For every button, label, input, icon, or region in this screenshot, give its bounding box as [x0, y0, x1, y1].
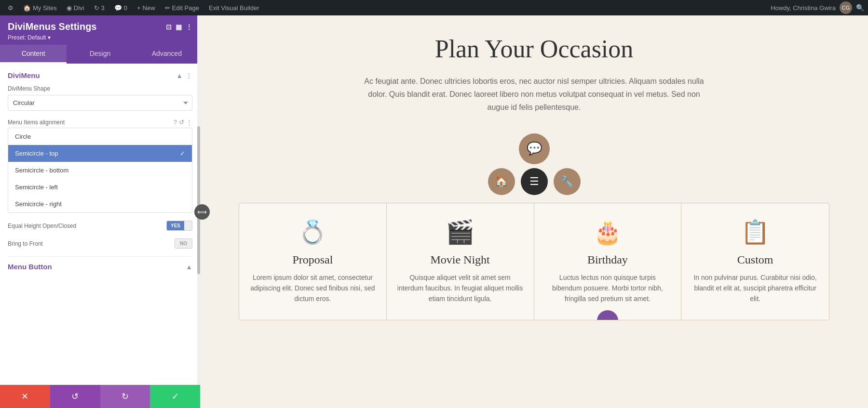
toggle-yes-label: YES	[167, 221, 184, 230]
more-options-button[interactable]: ⋯	[597, 310, 618, 320]
more-options-icon[interactable]: ⋮	[186, 118, 192, 126]
card-custom: 📋 Custom In non pulvinar purus. Curabitu…	[681, 203, 829, 320]
redo-icon: ↻	[122, 391, 129, 402]
comment-icon: 💬	[114, 4, 122, 12]
bring-no-label: NO	[175, 239, 192, 248]
card-proposal-text: Lorem ipsum dolor sit amet, consectetur …	[249, 272, 377, 304]
wp-logo-icon: ⚙	[8, 4, 14, 12]
equal-height-toggle[interactable]: YES	[166, 221, 192, 231]
scrollbar-thumb	[197, 126, 200, 274]
alignment-dropdown: Circle Semicircle - top ✓ Semicircle - b…	[8, 128, 192, 213]
card-proposal: 💍 Proposal Lorem ipsum dolor sit amet, c…	[239, 203, 387, 320]
tab-advanced[interactable]: Advanced	[134, 45, 200, 64]
panel-title-text: DiviMenus Settings	[8, 21, 96, 32]
resize-handle[interactable]: ⟺	[194, 204, 210, 220]
floating-menu: 💬 🏠 ☰ 🔧	[239, 133, 829, 195]
preset-label: Preset:	[8, 34, 27, 41]
dropdown-item-semicircle-top[interactable]: Semicircle - top ✓	[8, 145, 192, 162]
edit-page-button[interactable]: ✏ Edit Page	[161, 0, 203, 15]
cards-grid: 💍 Proposal Lorem ipsum dolor sit amet, c…	[239, 203, 829, 320]
cancel-button[interactable]: ✕	[0, 385, 50, 408]
toggle-no-label	[184, 224, 192, 228]
help-icon[interactable]: ?	[174, 118, 177, 126]
dropdown-item-semicircle-left[interactable]: Semicircle - left	[8, 179, 192, 196]
menu-home-button[interactable]: 🏠	[488, 168, 515, 195]
new-button[interactable]: + New	[133, 0, 159, 15]
exit-builder-button[interactable]: Exit Visual Builder	[205, 0, 263, 15]
undo-icon: ↺	[71, 391, 79, 402]
card-birthday-icon: 🎂	[544, 219, 672, 246]
page-content-area: Plan Your Occasion Ac feugiat ante. Done…	[200, 15, 868, 408]
divider	[8, 256, 192, 257]
bring-to-front-label: Bring to Front	[8, 240, 170, 247]
comments-button[interactable]: 💬 0	[110, 0, 131, 15]
minimize-icon[interactable]: ⊡	[166, 23, 172, 31]
panel-header: DiviMenus Settings ⊡ ▦ ⋮ Preset: Default…	[0, 15, 200, 45]
bottom-action-bar: ✕ ↺ ↻ ✓	[0, 385, 200, 408]
card-birthday-title: Birthday	[544, 253, 672, 266]
page-heading: Plan Your Occasion	[239, 35, 829, 63]
divimenu-section-header: DiviMenu ▲ ⋮	[8, 71, 192, 79]
card-proposal-icon: 💍	[249, 219, 377, 246]
collapse-icon[interactable]: ▲	[176, 72, 183, 79]
menu-middle-row: 🏠 ☰ 🔧	[488, 168, 581, 195]
bring-to-front-toggle[interactable]: NO	[175, 238, 192, 249]
reset-icon[interactable]: ↺	[179, 118, 184, 126]
plus-icon: +	[137, 4, 141, 12]
wp-admin-bar: ⚙ 🏠 My Sites ◉ Divi ↻ 3 💬 0 + New ✏ Edit…	[0, 0, 868, 15]
section-more-icon[interactable]: ⋮	[186, 72, 192, 79]
alignment-label: Menu Items alignment	[8, 119, 170, 126]
preset-link[interactable]: Default ▾	[27, 34, 50, 41]
sync-icon: ↻	[94, 4, 99, 12]
search-icon[interactable]: 🔍	[856, 4, 864, 12]
panel-content-area: DiviMenu ▲ ⋮ DiviMenu Shape Circular Lin…	[0, 64, 200, 385]
dropdown-item-semicircle-bottom[interactable]: Semicircle - bottom	[8, 162, 192, 179]
menu-button-collapse-icon[interactable]: ▲	[186, 263, 192, 271]
tab-design[interactable]: Design	[67, 45, 133, 64]
save-icon: ✓	[172, 391, 179, 402]
divi-button[interactable]: ◉ Divi	[63, 0, 88, 15]
card-birthday: 🎂 Birthday Luctus lectus non quisque tur…	[534, 203, 682, 320]
scrollbar	[197, 15, 200, 385]
home-icon: 🏠	[23, 4, 31, 12]
page-subtext: Ac feugiat ante. Donec ultricies loborti…	[361, 75, 708, 114]
menu-hamburger-button[interactable]: ☰	[521, 168, 548, 195]
save-button[interactable]: ✓	[150, 385, 200, 408]
grid-icon[interactable]: ▦	[176, 23, 182, 31]
avatar: CG	[840, 1, 852, 14]
redo-button[interactable]: ↻	[100, 385, 150, 408]
settings-panel: DiviMenus Settings ⊡ ▦ ⋮ Preset: Default…	[0, 15, 200, 408]
panel-tabs: Content Design Advanced	[0, 45, 200, 64]
undo-button[interactable]: ↺	[50, 385, 100, 408]
tab-content[interactable]: Content	[0, 45, 67, 64]
menu-button-section-header: Menu Button ▲	[8, 263, 192, 271]
comments-count-button[interactable]: ↻ 3	[90, 0, 108, 15]
menu-button-title: Menu Button	[8, 263, 52, 271]
alignment-field-group: Menu Items alignment ? ↺ ⋮ Circle Semici…	[8, 118, 192, 213]
card-movie-night: 🎬 Movie Night Quisque aliquet velit sit …	[387, 203, 534, 320]
menu-chat-button[interactable]: 💬	[519, 133, 550, 164]
menu-top-row: 💬	[519, 133, 550, 164]
more-icon[interactable]: ⋮	[186, 23, 192, 31]
card-custom-text: In non pulvinar purus. Curabitur nisi od…	[691, 272, 819, 304]
wp-logo-button[interactable]: ⚙	[4, 0, 17, 15]
bring-to-front-row: Bring to Front NO	[8, 238, 192, 249]
cancel-icon: ✕	[21, 391, 28, 402]
equal-height-row: Equal Height Open/Closed YES	[8, 221, 192, 231]
my-sites-button[interactable]: 🏠 My Sites	[19, 0, 61, 15]
card-birthday-text: Luctus lectus non quisque turpis bibendu…	[544, 272, 672, 304]
card-movie-text: Quisque aliquet velit sit amet sem inter…	[396, 272, 524, 304]
section-title: DiviMenu	[8, 71, 40, 79]
card-movie-icon: 🎬	[396, 219, 524, 246]
card-movie-title: Movie Night	[396, 253, 524, 266]
check-icon: ✓	[180, 150, 185, 157]
card-custom-title: Custom	[691, 253, 819, 266]
shape-field-group: DiviMenu Shape Circular Linear	[8, 85, 192, 111]
menu-tools-button[interactable]: 🔧	[554, 168, 581, 195]
dropdown-item-circle[interactable]: Circle	[8, 128, 192, 145]
shape-select[interactable]: Circular Linear	[8, 95, 192, 111]
divi-icon: ◉	[67, 4, 72, 12]
equal-height-label: Equal Height Open/Closed	[8, 223, 162, 229]
user-info: Howdy, Christina Gwira CG 🔍	[771, 1, 864, 14]
dropdown-item-semicircle-right[interactable]: Semicircle - right	[8, 196, 192, 212]
